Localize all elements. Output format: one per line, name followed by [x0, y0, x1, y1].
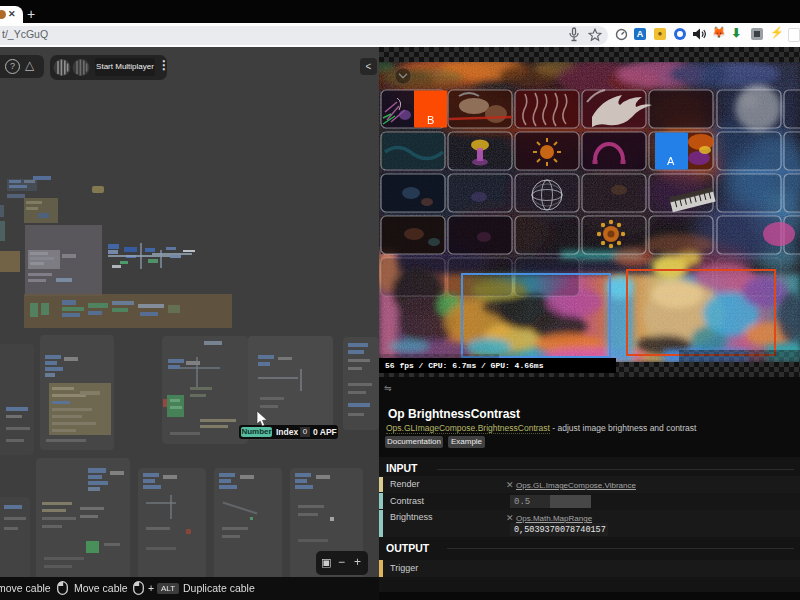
svg-text:A: A — [667, 155, 675, 167]
svg-text:B: B — [427, 114, 434, 126]
